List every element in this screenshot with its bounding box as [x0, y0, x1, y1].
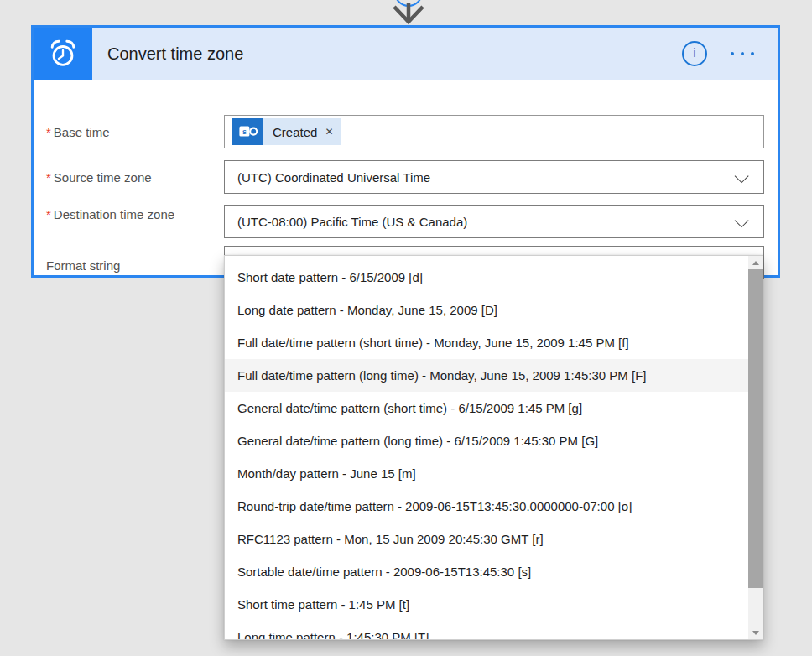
option-item[interactable]: General date/time pattern (short time) -… — [225, 392, 748, 424]
ellipsis-icon — [751, 52, 754, 55]
scrollbar-thumb[interactable] — [748, 269, 763, 588]
card-header[interactable]: Convert time zone i — [34, 28, 778, 80]
option-item[interactable]: Month/day pattern - June 15 [m] — [225, 457, 748, 490]
option-item[interactable]: Short date pattern - 6/15/2009 [d] — [225, 261, 748, 294]
convert-time-zone-action-card: Convert time zone i *Base time — [31, 25, 780, 278]
chevron-down-icon[interactable] — [735, 213, 749, 227]
option-item[interactable]: Sortable date/time pattern - 2009-06-15T… — [225, 555, 748, 588]
card-body: *Base time s Created ✕ — [34, 80, 778, 278]
option-item[interactable]: Long time pattern - 1:45:30 PM [T] — [225, 621, 748, 640]
flow-designer-canvas: Convert time zone i *Base time — [0, 0, 812, 656]
option-item[interactable]: Full date/time pattern (short time) - Mo… — [225, 326, 748, 359]
chevron-down-icon[interactable] — [735, 169, 749, 183]
token-label: Created — [273, 125, 317, 139]
scroll-down-button[interactable] — [748, 626, 763, 639]
option-item[interactable]: RFC1123 pattern - Mon, 15 Jun 2009 20:45… — [225, 523, 748, 555]
scrollbar[interactable] — [748, 256, 763, 639]
format-string-label: Format string — [46, 257, 180, 274]
svg-text:s: s — [242, 128, 247, 136]
option-item-highlighted[interactable]: Full date/time pattern (long time) - Mon… — [225, 359, 748, 392]
more-menu-button[interactable] — [729, 49, 756, 59]
format-options-listbox: Short date pattern - 6/15/2009 [d] Long … — [224, 255, 763, 640]
option-item[interactable]: General date/time pattern (long time) - … — [225, 424, 748, 457]
card-title: Convert time zone — [107, 44, 243, 64]
triangle-down-icon — [752, 631, 759, 635]
required-asterisk: * — [46, 207, 51, 221]
scroll-up-button[interactable] — [748, 256, 763, 269]
source-time-zone-dropdown[interactable]: (UTC) Coordinated Universal Time — [224, 160, 764, 194]
required-asterisk: * — [46, 170, 51, 185]
triangle-up-icon — [752, 261, 759, 265]
ellipsis-icon — [731, 52, 734, 55]
required-asterisk: * — [46, 125, 51, 139]
action-icon-tile — [34, 28, 92, 80]
ellipsis-icon — [741, 52, 744, 55]
dropdown-value: (UTC) Coordinated Universal Time — [237, 170, 430, 185]
info-button[interactable]: i — [682, 41, 707, 66]
alarm-clock-icon — [47, 38, 79, 70]
dropdown-value: (UTC-08:00) Pacific Time (US & Canada) — [237, 215, 467, 229]
option-item[interactable]: Short time pattern - 1:45 PM [t] — [225, 588, 748, 621]
option-item[interactable]: Round-trip date/time pattern - 2009-06-1… — [225, 490, 748, 523]
base-time-input[interactable]: s Created ✕ — [224, 115, 764, 148]
sharepoint-icon: s — [232, 118, 263, 145]
destination-time-zone-dropdown[interactable]: (UTC-08:00) Pacific Time (US & Canada) — [224, 205, 764, 238]
base-time-label: *Base time — [46, 123, 180, 141]
destination-time-zone-label: *Destination time zone — [46, 206, 180, 223]
created-token[interactable]: s Created ✕ — [232, 118, 341, 145]
option-list: Short date pattern - 6/15/2009 [d] Long … — [225, 256, 763, 640]
token-remove-button[interactable]: ✕ — [325, 126, 333, 138]
option-item[interactable]: Long date pattern - Monday, June 15, 200… — [225, 294, 748, 326]
source-time-zone-label: *Source time zone — [46, 169, 180, 186]
info-icon: i — [693, 45, 695, 60]
